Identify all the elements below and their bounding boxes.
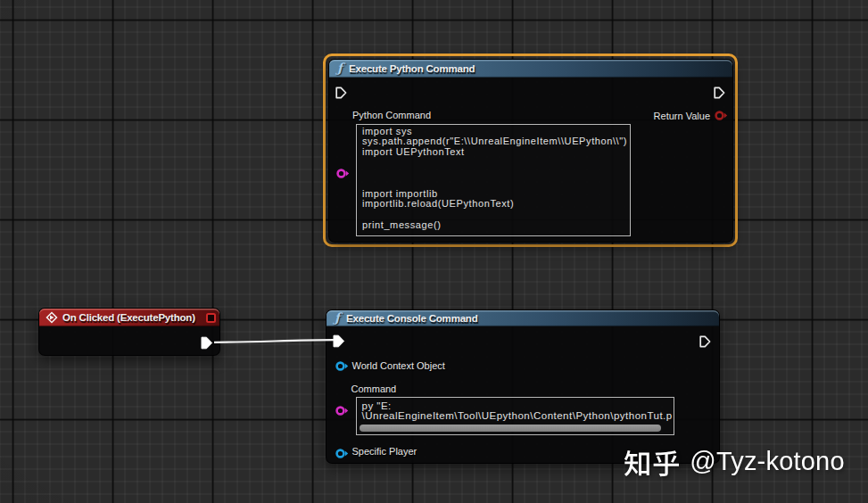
node-title: Execute Console Command bbox=[346, 313, 478, 324]
node-title: On Clicked (ExecutePython) bbox=[62, 312, 195, 323]
exec-out-pin[interactable] bbox=[201, 336, 213, 350]
specific-player-label: Specific Player bbox=[352, 446, 417, 457]
watermark: @Tyz-kotono bbox=[623, 446, 845, 482]
specific-player-pin[interactable] bbox=[335, 449, 349, 458]
world-context-object-label: World Context Object bbox=[352, 360, 445, 371]
python-command-input[interactable]: import syssys.path.append(r"E:\\UnrealEn… bbox=[356, 124, 631, 236]
exec-in-pin[interactable] bbox=[333, 334, 345, 348]
event-icon bbox=[45, 311, 58, 324]
delegate-pin[interactable] bbox=[206, 313, 216, 323]
watermark-handle: @Tyz-kotono bbox=[682, 449, 845, 474]
command-label: Command bbox=[351, 383, 397, 394]
exec-wire[interactable] bbox=[214, 340, 334, 342]
function-icon: ƒ bbox=[335, 311, 340, 324]
node-title: Execute Python Command bbox=[349, 63, 475, 74]
command-pin[interactable] bbox=[335, 406, 349, 416]
blueprint-graph-canvas[interactable]: ƒ Execute Python Command Return Value Py… bbox=[0, 0, 868, 503]
exec-out-pin[interactable] bbox=[714, 87, 725, 99]
node-header[interactable]: ƒ Execute Console Command bbox=[327, 310, 719, 326]
function-icon: ƒ bbox=[337, 62, 343, 74]
watermark-cjk-graphic bbox=[623, 446, 682, 482]
return-value-label: Return Value bbox=[654, 111, 710, 121]
return-value-pin[interactable] bbox=[715, 111, 728, 120]
command-input-scrollbar[interactable] bbox=[360, 425, 661, 432]
node-execute-python-command[interactable]: ƒ Execute Python Command Return Value Py… bbox=[328, 59, 733, 243]
exec-out-pin[interactable] bbox=[699, 335, 711, 348]
node-on-clicked[interactable]: On Clicked (ExecutePython) bbox=[38, 308, 220, 356]
world-context-object-pin[interactable] bbox=[335, 361, 349, 371]
python-command-label: Python Command bbox=[352, 110, 431, 120]
node-execute-console-command[interactable]: ƒ Execute Console Command World Context … bbox=[326, 309, 720, 465]
node-header[interactable]: ƒ Execute Python Command bbox=[329, 60, 732, 78]
node-header[interactable]: On Clicked (ExecutePython) bbox=[39, 309, 219, 326]
python-command-pin[interactable] bbox=[336, 169, 350, 178]
exec-in-pin[interactable] bbox=[335, 87, 347, 99]
